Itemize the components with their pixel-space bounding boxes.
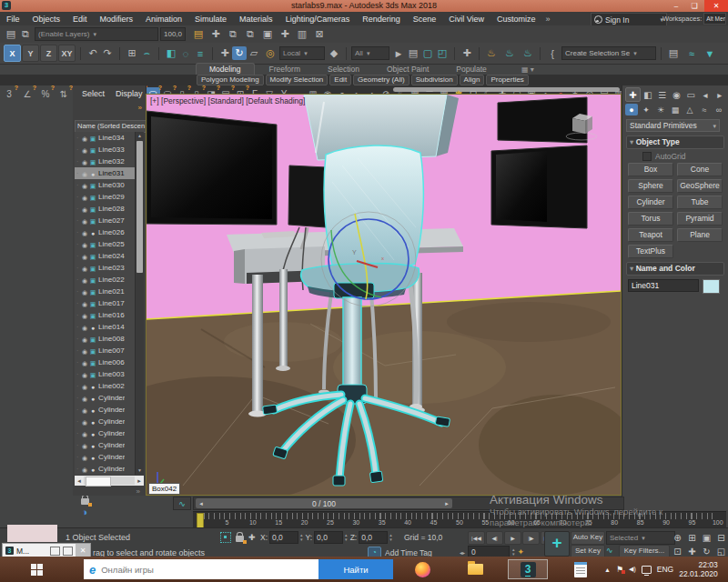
visibility-eye-icon[interactable] — [82, 169, 87, 178]
object-type-rollout[interactable]: Object Type — [626, 135, 724, 149]
add-to-layer-icon[interactable]: ✚ — [208, 27, 223, 41]
visibility-eye-icon[interactable] — [82, 264, 87, 273]
taskbar-firefox[interactable] — [402, 559, 442, 579]
shapes-category-icon[interactable]: ✦ — [640, 104, 652, 115]
Line026[interactable]: · Line026 — [75, 226, 144, 238]
sign-in-button[interactable]: Sign In ▾ — [591, 13, 667, 26]
systems-category-icon[interactable]: ∞ — [713, 104, 725, 115]
zoom-icon[interactable]: ⊕ — [671, 531, 684, 544]
lock-icon[interactable] — [81, 498, 89, 505]
visibility-eye-icon[interactable] — [82, 417, 87, 426]
mini-curve-editor-button[interactable]: ∿ — [173, 497, 191, 510]
workspaces-control[interactable]: Workspaces: Alt Menu and Toolbar — [662, 13, 726, 25]
zoom-region-icon[interactable]: ⊡ — [671, 545, 684, 557]
coordinate-field[interactable]: X: 0,0 ▴▾ — [260, 531, 303, 544]
Cylinder[interactable]: · Cylinder — [75, 439, 144, 451]
next-frame-arrow[interactable]: ▸ — [441, 500, 452, 507]
object-name-field[interactable] — [628, 279, 699, 292]
primitive-button[interactable]: Torus — [628, 212, 673, 226]
visibility-eye-icon[interactable] — [82, 287, 87, 296]
rendered-frame-window-icon[interactable]: ♨ — [502, 46, 517, 60]
primitive-button[interactable]: Pyramid — [677, 212, 723, 226]
Line022[interactable]: · Line022 — [75, 274, 144, 286]
previous-frame-button[interactable]: ◀| — [486, 531, 503, 545]
geometry-category-icon[interactable]: ● — [625, 104, 638, 115]
ribbon-button[interactable]: Properties — [486, 75, 528, 85]
selection-lock-icon[interactable] — [236, 536, 244, 542]
visibility-eye-icon[interactable] — [82, 441, 87, 450]
visibility-eye-icon[interactable] — [82, 157, 87, 166]
curve-editor-icon[interactable]: ≈ — [684, 46, 699, 60]
add-selection-to-layer-icon[interactable]: ✚ — [278, 27, 292, 41]
Line008[interactable]: · Line008 — [75, 333, 144, 345]
visibility-eye-icon[interactable] — [82, 323, 87, 332]
menu-item[interactable]: Customize — [490, 15, 542, 24]
visibility-eye-icon[interactable] — [82, 358, 87, 367]
name-and-color-rollout[interactable]: Name and Color — [626, 262, 724, 276]
reference-coordinate-dropdown[interactable]: Local — [279, 46, 325, 60]
axis-constraint-button[interactable]: Z — [40, 45, 57, 62]
soft-selection-icon[interactable]: ◌ — [178, 46, 193, 60]
color-dots-icon[interactable]: ◑ — [82, 507, 88, 517]
helpers-category-icon[interactable]: △ — [683, 104, 696, 115]
selection-filter-dropdown[interactable]: All — [351, 46, 389, 60]
close-icon[interactable]: ✕ — [76, 544, 90, 557]
delete-layer-icon[interactable]: ⊠ — [312, 27, 327, 41]
Line006[interactable]: · Line006 — [75, 356, 144, 368]
Line017[interactable]: · Line017 — [75, 297, 144, 309]
title-bar[interactable]: 3 starlabs9.max - Autodesk 3ds Max 2018 … — [0, 0, 728, 12]
Line032[interactable]: · Line032 — [75, 156, 144, 167]
menu-item[interactable]: File — [0, 15, 26, 24]
primitive-button[interactable]: GeoSphere — [677, 179, 723, 193]
visibility-eye-icon[interactable] — [82, 311, 87, 320]
select-move-icon[interactable]: ✚ — [217, 46, 232, 60]
time-slider[interactable]: ◂ 0 / 100 ▸ — [193, 497, 624, 510]
visibility-eye-icon[interactable] — [82, 252, 87, 261]
scrollbar-thumb[interactable] — [86, 477, 111, 487]
menu-item[interactable]: Edit — [66, 15, 94, 24]
visibility-eye-icon[interactable] — [82, 453, 87, 462]
snaps-toggle-icon[interactable]: ⊞ — [125, 46, 139, 60]
select-manipulate-icon[interactable]: ◆ — [327, 46, 341, 60]
ribbon-button[interactable]: Subdivision — [411, 75, 458, 85]
taskbar-3dsmax[interactable]: 3 — [508, 559, 548, 579]
transform-typein-icon[interactable]: ✚ — [248, 533, 256, 542]
spinner-icon[interactable]: ▴▾ — [389, 533, 392, 542]
paste-layer-icon[interactable]: ⧉ — [243, 27, 258, 41]
Line028[interactable]: · Line028 — [75, 203, 144, 215]
Line003[interactable]: · Line003 — [75, 368, 144, 380]
spinner-icon[interactable]: ▴▾ — [300, 533, 303, 542]
scrollbar-thumb[interactable] — [136, 141, 143, 273]
taskbar-notepad[interactable] — [561, 559, 601, 579]
Line021[interactable]: · Line021 — [75, 286, 144, 297]
lights-category-icon[interactable]: ☀ — [654, 104, 667, 115]
visibility-eye-icon[interactable] — [82, 181, 87, 190]
coordinate-field[interactable]: Y: 0,0 ▴▾ — [306, 531, 348, 544]
primitive-button[interactable]: Tube — [677, 196, 723, 209]
menu-item[interactable]: Scene — [407, 15, 443, 24]
scroll-up-icon[interactable]: ▲ — [136, 132, 144, 140]
time-slider-handle[interactable]: ◂ 0 / 100 ▸ — [196, 498, 452, 508]
manage-layers-icon[interactable]: ⧉ — [18, 27, 33, 41]
primitives-dropdown[interactable]: Standard Primitives — [626, 119, 720, 132]
Line025[interactable]: · Line025 — [75, 238, 144, 250]
ribbon-tab[interactable]: Freeform — [257, 64, 313, 75]
select-object-icon[interactable]: ► — [391, 46, 406, 60]
primitive-button[interactable]: Plane — [677, 228, 723, 242]
Cylinder[interactable]: · Cylinder — [75, 427, 144, 439]
go-to-start-button[interactable]: |◀◀ — [468, 531, 485, 545]
menu-item[interactable]: Simulate — [188, 15, 233, 24]
menu-item[interactable]: Materials — [233, 15, 279, 24]
visibility-eye-icon[interactable] — [82, 394, 87, 403]
explorer-menu-item[interactable]: Display — [112, 89, 147, 98]
render-setup-icon[interactable]: ♨ — [484, 46, 499, 60]
left-toolbar-icon[interactable]: ⇅ — [56, 87, 71, 101]
create-new-layer-icon[interactable]: ▤ — [191, 27, 206, 41]
Line033[interactable]: · Line033 — [75, 144, 144, 156]
Cylinder[interactable]: · Cylinder — [75, 392, 144, 404]
coordinate-value[interactable]: 0,0 — [269, 531, 298, 544]
Line027[interactable]: · Line027 — [75, 215, 144, 226]
coordinate-value[interactable]: 0,0 — [314, 531, 343, 544]
taskbar-search[interactable]: e Онлайн игры Найти — [84, 559, 393, 579]
Cylinder[interactable]: · Cylinder — [75, 451, 144, 463]
